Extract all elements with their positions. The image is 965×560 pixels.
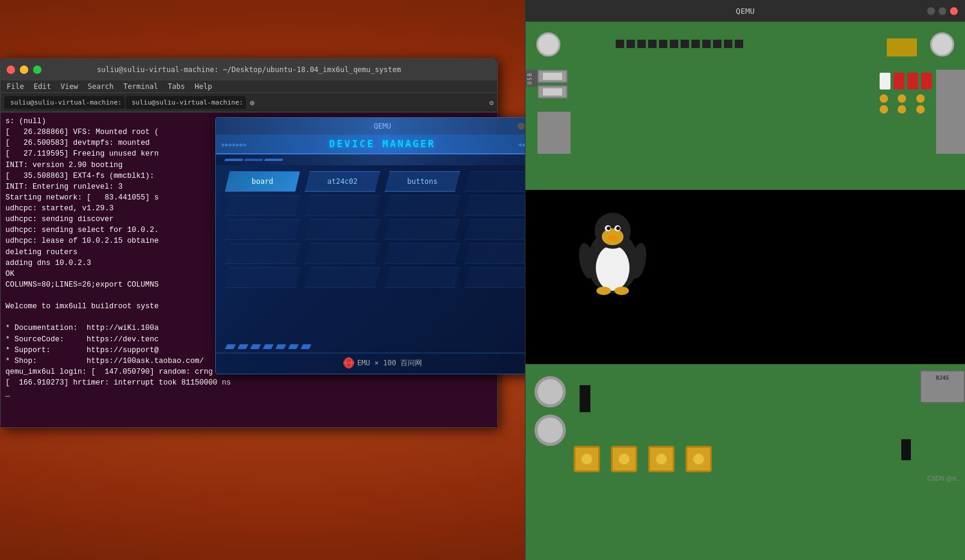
pcb-dot-2 <box>898 94 906 103</box>
pcb-corner-circle-tl <box>536 32 560 56</box>
accent-seg-1 <box>224 159 243 161</box>
pcb-button-4[interactable] <box>685 446 712 472</box>
menu-file[interactable]: File <box>7 82 24 91</box>
terminal-maximize-btn[interactable] <box>33 65 41 74</box>
dm-btn-6[interactable] <box>305 195 380 216</box>
pcb-button-1[interactable] <box>574 446 600 472</box>
dm-progress-bar <box>225 344 311 349</box>
menu-view[interactable]: View <box>61 82 78 91</box>
pcb-button-4-center <box>693 454 704 464</box>
dm-row-2 <box>225 195 540 216</box>
board-max-btn[interactable] <box>939 7 946 15</box>
pcb-led-red-3 <box>921 73 932 90</box>
accent-seg-3 <box>264 159 283 161</box>
terminal-minimize-btn[interactable] <box>20 65 28 74</box>
dm-btn-17[interactable] <box>225 267 300 288</box>
pcb-pin-4 <box>648 40 657 48</box>
pcb-dot-4 <box>880 105 888 114</box>
qemu-dm-window: QEMU DEVICE MANAGER board at24c02 button… <box>215 117 550 374</box>
dm-btn-9[interactable] <box>225 219 300 240</box>
dm-btn-board[interactable]: board <box>225 171 300 192</box>
menu-edit[interactable]: Edit <box>34 82 51 91</box>
csdn-watermark: CSDN @si... <box>927 475 961 482</box>
svg-point-10 <box>616 227 620 230</box>
pcb-button-2-center <box>619 454 630 464</box>
pcb-led-red-2 <box>907 73 918 90</box>
new-tab-btn[interactable]: ⊕ <box>250 98 254 108</box>
dm-btn-7[interactable] <box>385 195 460 216</box>
pcb-bottom-section: RJ45 CSDN @si... <box>525 364 965 484</box>
dm-btn-19[interactable] <box>385 267 460 288</box>
dm-btn-11[interactable] <box>385 219 460 240</box>
menu-tabs[interactable]: Tabs <box>168 82 185 91</box>
qemu-board-titlebar: QEMU <box>525 0 965 22</box>
dm-btn-5[interactable] <box>225 195 300 216</box>
pcb-corner-circle-tr <box>930 32 954 56</box>
pcb-pins-header <box>616 40 743 48</box>
board-close-btn[interactable] <box>950 7 958 15</box>
svg-point-9 <box>607 227 610 230</box>
svg-point-12 <box>596 287 611 295</box>
qemu-dm-titlebar: QEMU <box>216 118 549 135</box>
qemu-brand: EMU × 100 百问网 <box>343 357 422 369</box>
pcb-top-section: USB <box>525 22 965 190</box>
pcb-dot-3 <box>916 94 925 103</box>
accent-seg-2 <box>244 159 263 161</box>
qemu-board-window: QEMU <box>525 0 965 560</box>
dm-btn-13[interactable] <box>225 243 300 264</box>
progress-seg-3 <box>250 344 261 349</box>
pcb-gray-component <box>538 112 571 154</box>
pcb-rj45-port: RJ45 <box>920 370 965 403</box>
pcb-button-1-center <box>581 454 592 464</box>
terminal-tab-1[interactable]: suliu@suliu-virtual-machine: ~/Desktop/u… <box>4 96 124 109</box>
pcb-yellow-dots <box>880 94 932 114</box>
board-min-btn[interactable] <box>927 7 935 15</box>
pcb-buttons-row <box>574 446 712 472</box>
pcb-led-row <box>880 73 932 90</box>
progress-seg-7 <box>301 344 311 349</box>
globe-icon <box>343 357 355 369</box>
accent-pattern <box>225 159 283 161</box>
terminal-tabs: suliu@suliu-virtual-machine: ~/Desktop/u… <box>1 93 497 112</box>
pcb-button-2[interactable] <box>611 446 637 472</box>
dm-btn-15[interactable] <box>385 243 460 264</box>
menu-help[interactable]: Help <box>195 82 212 91</box>
svg-point-13 <box>614 287 629 295</box>
pcb-led-red-1 <box>893 73 904 90</box>
pcb-dot-5 <box>898 105 906 114</box>
terminal-close-btn[interactable] <box>7 65 15 74</box>
progress-seg-2 <box>237 344 248 349</box>
pcb-usb-connectors <box>538 70 568 99</box>
pcb-pin-1 <box>616 40 624 48</box>
dm-btn-18[interactable] <box>305 267 380 288</box>
pcb-usb-port-1 <box>538 70 568 83</box>
qemu-dm-min-btn[interactable] <box>518 123 525 130</box>
pcb-chip-gold <box>887 38 917 56</box>
dm-btn-at24c02[interactable]: at24c02 <box>305 171 380 192</box>
terminal-config-btn[interactable]: ⚙ <box>489 99 494 107</box>
pcb-pin-3 <box>637 40 646 48</box>
terminal-title: suliu@suliu-virtual-machine: ~/Desktop/u… <box>97 65 401 74</box>
dm-row-3 <box>225 219 540 240</box>
dm-btn-14[interactable] <box>305 243 380 264</box>
pcb-audio-jacks <box>535 376 566 446</box>
menu-terminal[interactable]: Terminal <box>123 82 158 91</box>
menu-search[interactable]: Search <box>88 82 114 91</box>
tab2-label: suliu@suliu-virtual-machine: ~/Desktop/u… <box>132 99 246 106</box>
qemu-dm-window-title: QEMU <box>374 122 391 130</box>
pcb-dot-1 <box>880 94 888 103</box>
dm-btn-buttons-label: buttons <box>407 177 438 186</box>
pcb-usb-inner-2 <box>543 88 562 96</box>
rj45-label: RJ45 <box>921 375 964 381</box>
tux-penguin-icon <box>574 208 652 298</box>
dm-btn-buttons[interactable]: buttons <box>385 171 460 192</box>
pcb-button-3[interactable] <box>648 446 675 472</box>
pcb-usb-label: USB <box>525 70 538 87</box>
pcb-board: USB <box>525 22 965 560</box>
progress-seg-4 <box>263 344 274 349</box>
qemu-dm-footer <box>216 341 549 353</box>
qemu-board-window-title: QEMU <box>736 7 755 16</box>
pcb-jack-1 <box>535 376 566 407</box>
dm-btn-10[interactable] <box>305 219 380 240</box>
terminal-tab-2[interactable]: suliu@suliu-virtual-machine: ~/Desktop/u… <box>126 96 246 109</box>
